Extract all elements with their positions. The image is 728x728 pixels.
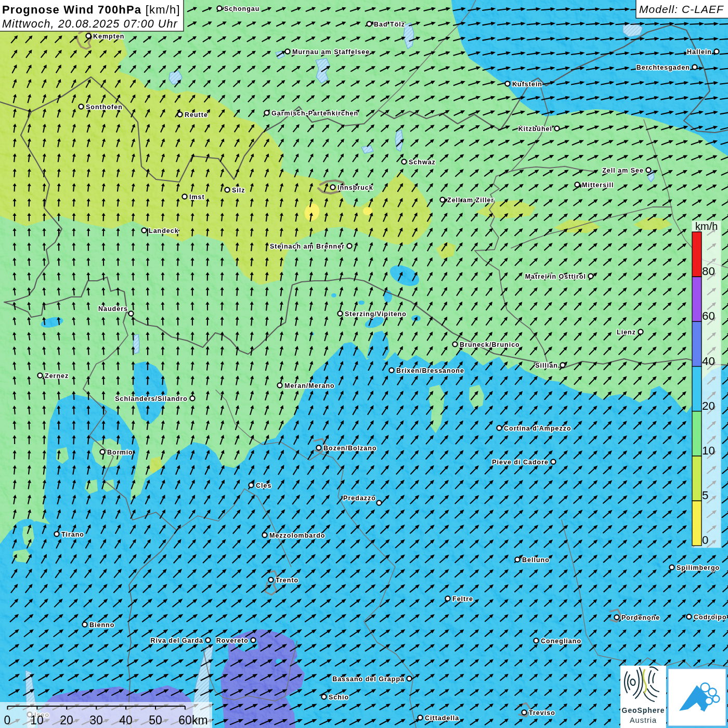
svg-text:Rovereto: Rovereto (216, 637, 249, 644)
svg-text:Pordenone: Pordenone (621, 614, 660, 621)
svg-text:20: 20 (60, 713, 73, 727)
svg-text:Belluno: Belluno (522, 556, 550, 564)
svg-text:Mittersill: Mittersill (582, 181, 614, 189)
svg-text:80: 80 (702, 265, 715, 278)
svg-text:Garmisch-Partenkirchen: Garmisch-Partenkirchen (271, 110, 358, 117)
svg-text:Spilimbergo: Spilimbergo (677, 564, 720, 571)
svg-text:Riva del Garda: Riva del Garda (150, 637, 203, 644)
svg-text:Schlanders/Silandro: Schlanders/Silandro (115, 395, 188, 402)
svg-text:Lienz: Lienz (617, 329, 636, 336)
svg-text:Silz: Silz (232, 187, 245, 194)
svg-text:Bassano del Grappa: Bassano del Grappa (332, 675, 405, 683)
svg-text:Austria: Austria (630, 716, 657, 724)
svg-text:Sonthofen: Sonthofen (86, 103, 123, 111)
svg-text:Modell: C-LAEF: Modell: C-LAEF (639, 3, 724, 15)
svg-text:Kempten: Kempten (93, 33, 124, 40)
svg-text:Bozen/Bolzano: Bozen/Bolzano (323, 445, 377, 452)
svg-text:Sillian: Sillian (535, 362, 558, 369)
svg-text:Conegliano: Conegliano (541, 638, 581, 645)
svg-text:Zell am See: Zell am See (602, 167, 644, 174)
svg-text:Cles: Cles (256, 482, 271, 489)
svg-text:Prognose Wind 700hPa [km/h]: Prognose Wind 700hPa [km/h] (2, 3, 180, 16)
svg-text:Innsbruck: Innsbruck (337, 184, 373, 191)
svg-text:10: 10 (702, 444, 715, 457)
svg-text:Imst: Imst (189, 193, 205, 201)
svg-text:Brixen/Bressanone: Brixen/Bressanone (396, 367, 464, 374)
svg-text:Landeck: Landeck (149, 227, 179, 235)
svg-text:30: 30 (89, 713, 103, 727)
svg-text:Mittwoch, 20.08.2025 07:00 Uhr: Mittwoch, 20.08.2025 07:00 Uhr (2, 18, 178, 30)
svg-text:Bienno: Bienno (89, 621, 114, 629)
svg-text:Trento: Trento (276, 577, 298, 584)
svg-text:Bormio: Bormio (107, 449, 133, 456)
svg-text:Hallein: Hallein (687, 48, 712, 56)
svg-text:5: 5 (702, 489, 709, 502)
svg-text:20: 20 (702, 399, 715, 412)
svg-text:10: 10 (30, 713, 44, 727)
svg-text:Predazzo: Predazzo (343, 495, 376, 502)
svg-text:Nauders: Nauders (98, 305, 128, 313)
svg-text:Kufstein: Kufstein (512, 81, 542, 88)
svg-text:Pieve di Cadore: Pieve di Cadore (492, 459, 549, 466)
svg-text:Kitzbühel: Kitzbühel (518, 125, 552, 133)
svg-text:km: km (192, 713, 208, 727)
svg-text:Matrei in Osttirol: Matrei in Osttirol (525, 273, 586, 280)
svg-text:Tirano: Tirano (61, 531, 84, 538)
svg-text:Schio: Schio (329, 694, 349, 701)
svg-text:Schwaz: Schwaz (409, 159, 436, 166)
svg-text:Murnau am Staffelsee: Murnau am Staffelsee (292, 48, 370, 56)
svg-text:GeoSphere: GeoSphere (622, 706, 665, 714)
svg-text:Feltre: Feltre (452, 595, 473, 603)
svg-text:Cortina d'Ampezzo: Cortina d'Ampezzo (504, 425, 571, 432)
svg-text:Treviso: Treviso (529, 709, 555, 717)
svg-text:Berchtesgaden: Berchtesgaden (636, 64, 690, 71)
svg-text:40: 40 (702, 355, 715, 368)
svg-text:Steinach am Brenner: Steinach am Brenner (270, 243, 345, 250)
svg-text:Cittadella: Cittadella (425, 714, 459, 722)
svg-text:0: 0 (702, 534, 709, 547)
svg-text:Zell am Ziller: Zell am Ziller (447, 197, 494, 204)
svg-text:Mezzolombardo: Mezzolombardo (269, 532, 325, 539)
svg-text:Zernez: Zernez (45, 372, 69, 380)
svg-text:Bad Tölz: Bad Tölz (374, 21, 405, 28)
svg-text:40: 40 (119, 713, 133, 727)
svg-text:Codroipo: Codroipo (694, 614, 727, 621)
svg-text:Schongau: Schongau (224, 5, 259, 12)
svg-text:60: 60 (178, 713, 192, 727)
svg-text:Meran/Merano: Meran/Merano (284, 382, 335, 389)
svg-text:km/h: km/h (695, 220, 718, 232)
svg-text:0: 0 (4, 713, 11, 727)
svg-text:50: 50 (149, 713, 162, 727)
svg-text:Bruneck/Brunico: Bruneck/Brunico (460, 341, 520, 348)
svg-text:Reutte: Reutte (185, 111, 208, 119)
svg-text:Sterzing/Vipiteno: Sterzing/Vipiteno (345, 310, 407, 318)
svg-text:60: 60 (702, 309, 715, 322)
